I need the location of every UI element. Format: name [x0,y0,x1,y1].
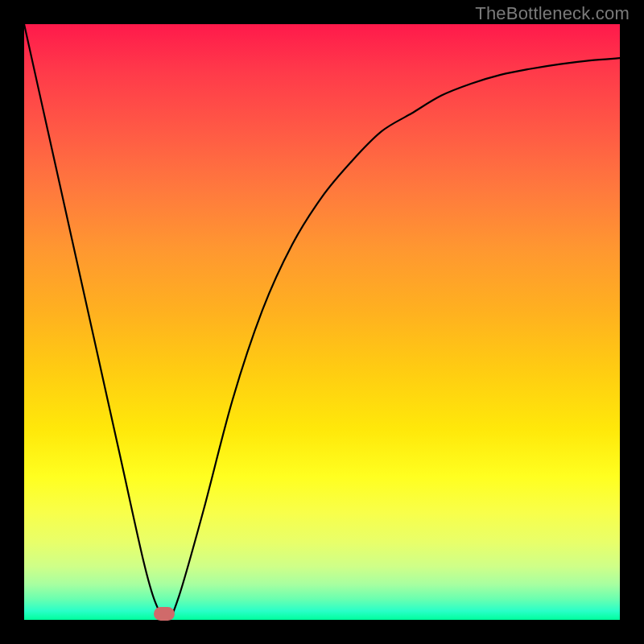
chart-frame: TheBottleneck.com [0,0,644,644]
trough-marker [154,607,175,620]
curve-svg [24,24,620,620]
watermark-text: TheBottleneck.com [475,3,630,24]
curve-path [24,24,620,620]
plot-area [24,24,620,620]
